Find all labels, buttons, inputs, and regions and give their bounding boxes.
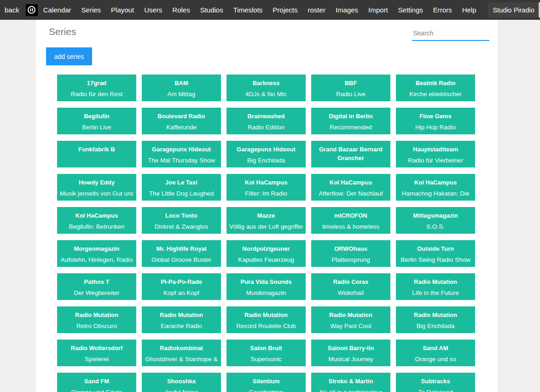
series-card-title: Pathos T [60, 277, 134, 286]
series-card[interactable]: Joe Le TaxiThe Little Dog Laughed [142, 174, 221, 201]
series-card-subtitle: Filter: Im Radio [229, 189, 303, 198]
series-card[interactable]: Saloon Barry-linMusical Journey [311, 340, 390, 366]
series-card[interactable]: BegilufinBerlin Live [57, 108, 136, 134]
series-card-subtitle: It's all in a technicolour [314, 388, 388, 392]
series-card[interactable]: MorgenmagazinAufstehn, Hinlegen, Radio [57, 240, 136, 267]
series-card-title: Radio Mutation [314, 311, 388, 319]
series-card-subtitle: Der Wegbereiter [60, 288, 134, 297]
series-card[interactable]: Pura Vida SoundsMusikmagazin [226, 273, 306, 300]
nav-item-calendar[interactable]: Calendar [43, 6, 71, 14]
series-card[interactable]: NordpolzigeunerKaputtes Feuerzeug [226, 240, 306, 267]
series-card-title: Hauptstadtteam [399, 145, 472, 154]
series-card-subtitle: Begilufin: Betrunken [60, 222, 134, 231]
series-card[interactable]: Kol HaCampusAfterflow: Der Nachlauf [311, 174, 390, 201]
nav-item-studios[interactable]: Studios [200, 6, 223, 14]
series-card-title: Brainwashed [229, 112, 303, 121]
series-card[interactable]: Boulevard RadioKafferunde [142, 108, 221, 134]
series-card-title: Sand AM [399, 344, 472, 352]
series-card[interactable]: Loco TontoDiskret & Zwanglos [142, 207, 221, 234]
series-card-subtitle: Big Enchilada [399, 322, 472, 330]
series-card[interactable]: MazzeVöllig aus der Luft gegriffen [226, 207, 306, 234]
add-series-button[interactable]: add series [46, 47, 92, 65]
nav-item-roster[interactable]: roster [308, 6, 325, 14]
series-grid: 17gradRadio für den RestBAMAm MittagBark… [57, 75, 475, 392]
series-card[interactable]: Pi-Pa-Po-RadeKopf an Kopf [142, 273, 221, 300]
nav-item-help[interactable]: Help [462, 6, 476, 14]
series-card[interactable]: Stroko & MartinIt's all in a technicolou… [311, 373, 390, 392]
series-card[interactable]: HauptstadtteamRadio für Vierbeiner [396, 141, 475, 167]
nav-item-errors[interactable]: Errors [433, 6, 452, 14]
series-card[interactable]: MittagsmagazinS.O.S. [396, 207, 475, 234]
series-card-subtitle: Supersonic [229, 355, 303, 363]
search-input[interactable] [412, 26, 489, 41]
series-card-title: Digital in Berlin [314, 112, 388, 121]
series-card[interactable]: Sand FMOrange und Gäste [57, 373, 136, 392]
nav-item-roles[interactable]: Roles [172, 6, 190, 14]
series-card[interactable]: Kol HaCampusHamachog Hakatan: Die [396, 174, 475, 201]
series-card[interactable]: BAMAm Mittag [142, 75, 221, 101]
series-card[interactable]: Radio MutationLife in the Future [396, 273, 475, 300]
nav-item-settings[interactable]: Settings [398, 6, 423, 14]
series-card[interactable]: Sand AMOrange und so [396, 340, 475, 366]
series-card-title: Pura Vida Sounds [229, 277, 303, 286]
series-card[interactable]: Radio MutationRecord Roulette Club [226, 306, 306, 333]
series-card[interactable]: Mr. Highlife RoyalGlobal Groove Buster [142, 240, 221, 267]
series-card-subtitle: Radio Live [314, 90, 388, 98]
series-card[interactable]: Salon BruitSupersonic [226, 340, 306, 366]
nav-item-timeslots[interactable]: Timeslots [233, 6, 263, 14]
series-card-subtitle: Way Past Cool [314, 322, 388, 330]
series-card-subtitle: Afterflow: Der Nachlauf [314, 189, 388, 198]
series-card-subtitle: Hamachog Hakatan: Die [399, 189, 472, 198]
nav-item-images[interactable]: Images [336, 6, 358, 14]
series-card[interactable]: RadiokombinatGhostdriver & Stanhope & [142, 340, 221, 366]
series-card[interactable]: mICROFONtimeless & homeless [311, 207, 390, 234]
series-card[interactable]: Radio CoraxWiderhall [311, 273, 390, 300]
series-card-subtitle: Radio Edition [229, 123, 303, 132]
series-card[interactable]: Pathos TDer Wegbereiter [57, 273, 136, 300]
series-card-subtitle: Radio für den Rest [60, 90, 134, 98]
series-card[interactable]: SubtracksTo Released [396, 373, 475, 392]
nav-item-series[interactable]: Series [81, 6, 101, 14]
series-card-subtitle: Hip Hop Radio [399, 123, 472, 132]
series-card[interactable]: BrainwashedRadio Edition [226, 108, 306, 134]
nav-item-import[interactable]: Import [368, 6, 388, 14]
series-card-title: Radiokombinat [145, 344, 218, 352]
series-card-title: BAM [145, 79, 218, 87]
series-card[interactable]: Kol HaCampusFilter: Im Radio [226, 174, 306, 201]
series-card-subtitle: S.O.S. [399, 222, 472, 231]
piradio-logo-icon[interactable] [26, 4, 38, 16]
nav-item-projects[interactable]: Projects [273, 6, 297, 14]
series-card[interactable]: Radio MutationBig Enchilada [396, 306, 475, 333]
series-card[interactable]: Barkness4DJs & No Mic [226, 75, 306, 101]
series-card[interactable]: ORWOhausPlattensprung [311, 240, 390, 267]
series-card[interactable]: 17gradRadio für den Rest [57, 75, 136, 101]
series-card[interactable]: Radio MutationEarache Radio [142, 306, 221, 333]
series-card[interactable]: Funkfabrik B [57, 141, 136, 167]
nav-item-users[interactable]: Users [144, 6, 162, 14]
series-card-title: Pi-Pa-Po-Rade [145, 277, 218, 286]
back-link[interactable]: back [5, 6, 19, 14]
nav-item-playout[interactable]: Playout [111, 6, 134, 14]
series-card[interactable]: Howdy EddyMusik jenseits von Gut und [57, 174, 136, 201]
series-card[interactable]: Digital in BerlinRecommended [311, 108, 390, 134]
series-card-title: Mazze [229, 211, 303, 220]
series-card[interactable]: Beatnik RadioKirche eklektischer [396, 75, 475, 101]
series-card[interactable]: Grand Bazaar Bernard Grancher [311, 141, 390, 167]
logo-circle-icon [28, 6, 35, 14]
nav-links: CalendarSeriesPlayoutUsersRolesStudiosTi… [43, 6, 476, 14]
series-card-title: Subtracks [399, 377, 472, 386]
series-card[interactable]: Radio WoltersdorfSpielerei [57, 340, 136, 366]
series-card[interactable]: Radio MutationRetro Obscuro [57, 306, 136, 333]
series-card[interactable]: Flow GemsHip Hop Radio [396, 108, 475, 134]
series-card[interactable]: Garagepunx HideoutThe Mal Thursday Show [142, 141, 221, 167]
studio-select[interactable]: Studio Piradio ▼ [488, 2, 540, 17]
series-card[interactable]: Kol HaCampusBegilufin: Betrunken [57, 207, 136, 234]
series-card[interactable]: Outside TurnBerlin Swing Radio Show [396, 240, 475, 267]
series-card[interactable]: Radio MutationWay Past Cool [311, 306, 390, 333]
series-card[interactable]: Garagepunx HideoutBig Enchilada [226, 141, 306, 167]
series-card[interactable]: ShooshkaJoyful Noise [142, 373, 221, 392]
series-card[interactable]: SilentiumGeschichten [226, 373, 306, 392]
series-card-title: 17grad [60, 79, 134, 87]
series-card[interactable]: BBFRadio Live [311, 75, 390, 101]
series-card-title: Salon Bruit [229, 344, 303, 352]
